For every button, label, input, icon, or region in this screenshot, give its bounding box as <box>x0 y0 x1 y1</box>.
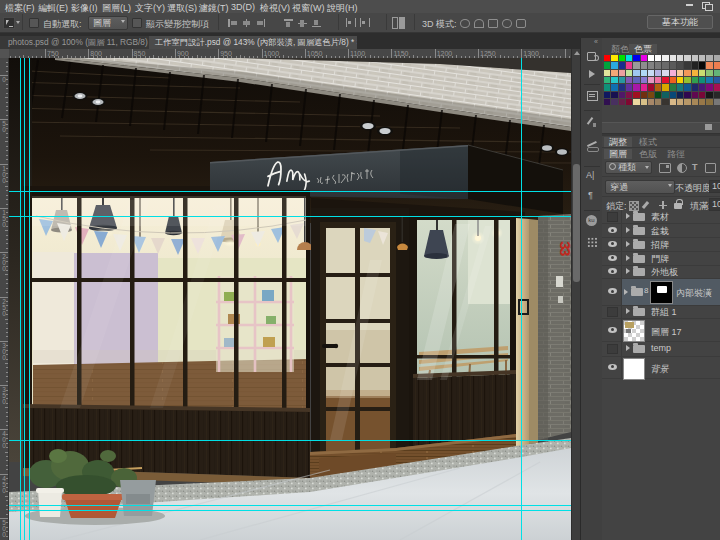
svg-text:33: 33 <box>557 241 571 256</box>
